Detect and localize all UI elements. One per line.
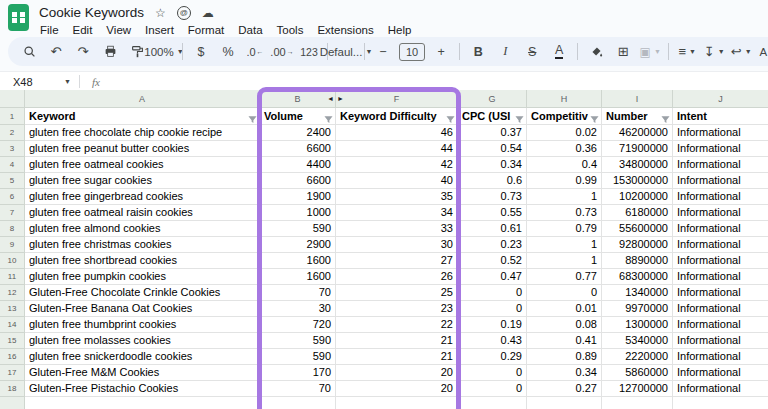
cell-cpc[interactable]: 0 [458, 365, 527, 381]
cell-competition[interactable]: 1 [527, 253, 602, 269]
row-number[interactable]: 16 [0, 349, 25, 365]
menu-view[interactable]: View [99, 24, 138, 36]
header-cell-intent[interactable]: Intent [673, 108, 768, 125]
cell-kd[interactable]: 46 [336, 125, 458, 141]
cell-competition[interactable]: 0.4 [527, 157, 602, 173]
cell-number[interactable]: 71900000 [602, 141, 673, 157]
menu-format[interactable]: Format [181, 24, 231, 36]
cell-kd[interactable]: 20 [336, 365, 458, 381]
column-header-B[interactable]: B◄ [260, 90, 336, 108]
column-header-H[interactable]: H [527, 90, 602, 108]
borders-button[interactable]: ⊞ [610, 41, 636, 63]
cell-keyword[interactable]: gluten free almond cookies [25, 221, 260, 237]
cell-competition[interactable]: 1 [527, 189, 602, 205]
cell-number[interactable]: 55600000 [602, 221, 673, 237]
column-header-A[interactable]: A [25, 90, 260, 108]
increase-decimal-button[interactable]: .00→ [269, 41, 295, 63]
cell-kd[interactable]: 44 [336, 141, 458, 157]
row-number[interactable]: 5 [0, 173, 25, 189]
cell-kd[interactable]: 22 [336, 317, 458, 333]
hidden-columns-left-icon[interactable]: ◄ [327, 95, 334, 102]
cell-competition[interactable]: 0.02 [527, 125, 602, 141]
cell-volume[interactable]: 6600 [260, 173, 336, 189]
increase-font-size-button[interactable]: + [428, 41, 454, 63]
row-number[interactable]: 14 [0, 317, 25, 333]
cell-kd[interactable]: 40 [336, 173, 458, 189]
font-size-input[interactable]: 10 [399, 43, 425, 61]
cell-intent[interactable]: Informational [673, 221, 768, 237]
cell-cpc[interactable]: 0.37 [458, 125, 527, 141]
cell-keyword[interactable]: gluten free shortbread cookies [25, 253, 260, 269]
row-number[interactable]: 10 [0, 253, 25, 269]
menu-edit[interactable]: Edit [66, 24, 100, 36]
text-wrap-button[interactable]: ↩▼ [728, 41, 754, 63]
cell-intent[interactable]: Informational [673, 349, 768, 365]
cell-volume[interactable]: 70 [260, 285, 336, 301]
cell-volume[interactable]: 1600 [260, 269, 336, 285]
row-number[interactable] [0, 397, 25, 409]
row-number[interactable]: 4 [0, 157, 25, 173]
row-number[interactable]: 3 [0, 141, 25, 157]
document-title[interactable]: Cookie Keywords [39, 5, 144, 20]
cell-intent[interactable]: Informational [673, 285, 768, 301]
cell-kd[interactable]: 34 [336, 205, 458, 221]
cell-number[interactable]: 34800000 [602, 157, 673, 173]
cell-kd[interactable]: 30 [336, 237, 458, 253]
cell-competition[interactable]: 0.73 [527, 205, 602, 221]
cell-volume[interactable]: 1000 [260, 205, 336, 221]
format-percent-button[interactable]: % [215, 41, 241, 63]
cell-cpc[interactable]: 0.6 [458, 173, 527, 189]
cell-cpc[interactable]: 0.55 [458, 205, 527, 221]
cell-kd[interactable]: 25 [336, 285, 458, 301]
formula-input[interactable] [100, 72, 768, 91]
cell-number[interactable]: 1300000 [602, 317, 673, 333]
cell-competition[interactable]: 0.99 [527, 173, 602, 189]
cell-cpc[interactable]: 0 [458, 285, 527, 301]
cell-cpc[interactable]: 0.19 [458, 317, 527, 333]
filter-icon[interactable] [248, 112, 257, 125]
filter-icon[interactable] [324, 112, 333, 125]
cell-volume[interactable]: 70 [260, 381, 336, 397]
cell-kd[interactable]: 21 [336, 333, 458, 349]
cell-number[interactable]: 5860000 [602, 365, 673, 381]
cell-intent[interactable]: Informational [673, 173, 768, 189]
format-currency-button[interactable]: $ [188, 41, 214, 63]
cell-cpc[interactable]: 0.61 [458, 221, 527, 237]
cell-number[interactable]: 92800000 [602, 237, 673, 253]
cell-number[interactable]: 153000000 [602, 173, 673, 189]
cell-intent[interactable]: Informational [673, 269, 768, 285]
header-cell-competitiv[interactable]: Competitiv [527, 108, 602, 125]
cell-volume[interactable]: 6600 [260, 141, 336, 157]
cell-number[interactable]: 8890000 [602, 253, 673, 269]
row-number[interactable]: 7 [0, 205, 25, 221]
cell-volume[interactable]: 2900 [260, 237, 336, 253]
cell-competition[interactable]: 0.34 [527, 365, 602, 381]
cell-number[interactable]: 10200000 [602, 189, 673, 205]
zoom-select[interactable]: 100%▼ [151, 41, 177, 63]
cell-kd[interactable]: 23 [336, 301, 458, 317]
cell-keyword[interactable]: gluten free snickerdoodle cookies [25, 349, 260, 365]
cell-keyword[interactable]: gluten free oatmeal cookies [25, 157, 260, 173]
column-header-G[interactable]: G [458, 90, 527, 108]
cell-intent[interactable]: Informational [673, 253, 768, 269]
cell-kd[interactable]: 35 [336, 189, 458, 205]
filter-icon[interactable] [661, 112, 670, 125]
cell-volume[interactable]: 2400 [260, 125, 336, 141]
bold-button[interactable]: B [465, 41, 491, 63]
cell-number[interactable]: 46200000 [602, 125, 673, 141]
print-icon[interactable] [97, 41, 123, 63]
cell-intent[interactable]: Informational [673, 125, 768, 141]
cell-kd[interactable]: 26 [336, 269, 458, 285]
cell-volume[interactable]: 30 [260, 301, 336, 317]
move-icon[interactable]: @ [177, 6, 191, 20]
column-header-I[interactable]: I [602, 90, 673, 108]
cell-competition[interactable]: 0 [527, 285, 602, 301]
cell-volume[interactable]: 170 [260, 365, 336, 381]
cell-keyword[interactable]: gluten free sugar cookies [25, 173, 260, 189]
select-all-corner[interactable] [0, 90, 25, 108]
cell-competition[interactable]: 0.41 [527, 333, 602, 349]
cell-intent[interactable]: Informational [673, 317, 768, 333]
header-cell-volume[interactable]: Volume [260, 108, 336, 125]
cell-keyword[interactable]: gluten free molasses cookies [25, 333, 260, 349]
cell-kd[interactable]: 42 [336, 157, 458, 173]
